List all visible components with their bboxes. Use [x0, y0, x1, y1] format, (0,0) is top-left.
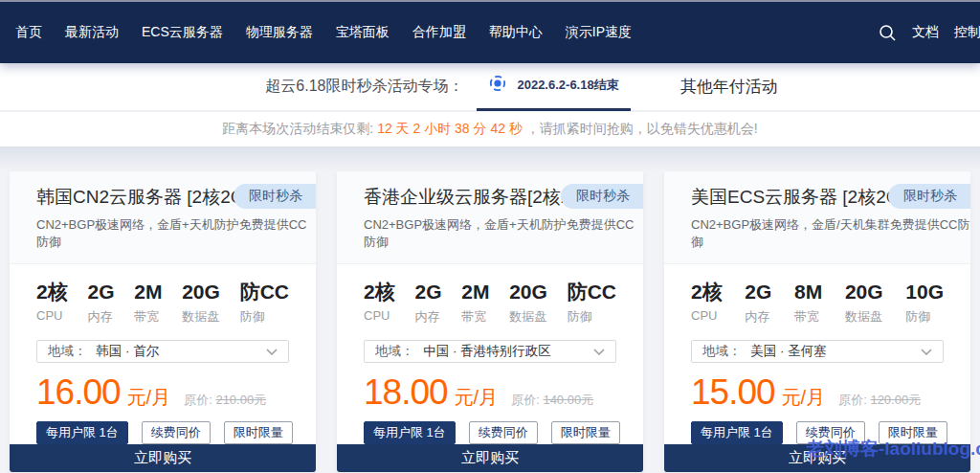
- tag-limited: 限时限量: [224, 421, 293, 444]
- spec-cpu: 2核 CPU: [691, 281, 723, 326]
- spec-label: 内存: [414, 308, 441, 326]
- nav-item-console[interactable]: 控制台: [954, 24, 980, 41]
- spec-value: 2G: [414, 281, 441, 304]
- price-unit: 元/月: [455, 385, 499, 411]
- nav-item-home[interactable]: 首页: [15, 24, 42, 41]
- tab-other-promos[interactable]: 其他年付活动: [680, 76, 778, 98]
- card-hongkong-enterprise: 香港企业级云服务器[2核2G] 限时秒杀 CN2+BGP极速网络，金盾+天机防护…: [337, 171, 643, 472]
- spec-row: 2核 CPU 2G 内存 8M 带宽 20G 数据盘 10G 防御: [664, 264, 970, 326]
- nav-item-bt-panel[interactable]: 宝塔面板: [336, 24, 390, 41]
- price-row: 18.00 元/月 原价: 140.00元: [364, 372, 616, 413]
- spec-label: 内存: [87, 308, 114, 326]
- original-price-label: 原价:: [184, 393, 212, 407]
- target-icon: [488, 74, 507, 97]
- tab-current-promo[interactable]: 2022.6.2-6.18结束: [477, 63, 630, 111]
- nav-item-ecs-server[interactable]: ECS云服务器: [142, 24, 223, 41]
- card-list: 韩国CN2云服务器 [2核2G] 限时秒杀 CN2+BGP极速网络，金盾+天机防…: [10, 171, 970, 472]
- top-navbar: 首页 最新活动 ECS云服务器 物理服务器 宝塔面板 合作加盟 帮助中心 演示I…: [0, 0, 980, 63]
- search-icon[interactable]: [879, 24, 897, 42]
- countdown-suffix: ，请抓紧时间抢购，以免错失优惠机会!: [526, 121, 758, 138]
- tag-limited: 限时限量: [551, 421, 620, 444]
- nav-item-demo-ip-speed[interactable]: 演示IP速度: [566, 24, 632, 41]
- card-korea-cn2: 韩国CN2云服务器 [2核2G] 限时秒杀 CN2+BGP极速网络，金盾+天机防…: [10, 171, 316, 472]
- spec-value: 2M: [134, 281, 162, 304]
- price-value: 18.00: [364, 372, 448, 413]
- flash-sale-badge: 限时秒杀: [234, 184, 316, 209]
- chevron-down-icon: [921, 349, 932, 355]
- spec-value: 2核: [36, 281, 68, 304]
- spec-cpu: 2核 CPU: [364, 281, 395, 326]
- promo-banner: 超云6.18限时秒杀活动专场： 2022.6.2-6.18结束 其他年付活动: [0, 63, 980, 111]
- spec-bandwidth: 2M 带宽: [134, 281, 162, 326]
- region-label: 地域：: [375, 344, 414, 358]
- nav-item-cooperation[interactable]: 合作加盟: [412, 24, 466, 41]
- spec-label: 内存: [745, 308, 771, 326]
- original-price: 原价: 140.00元: [511, 392, 593, 409]
- card-subtitle: CN2+BGP极速网络，金盾/天机集群免费提供CC防御: [691, 216, 970, 251]
- region-select[interactable]: 地域： 中国 · 香港特别行政区: [364, 340, 616, 363]
- card-header: 韩国CN2云服务器 [2核2G] 限时秒杀 CN2+BGP极速网络，金盾+天机防…: [10, 171, 316, 264]
- region-select[interactable]: 地域： 韩国 · 首尔: [36, 340, 289, 363]
- spec-cpu: 2核 CPU: [36, 281, 68, 326]
- tag-row: 每用户限 1台 续费同价 限时限量: [364, 421, 616, 444]
- spec-value: 2核: [364, 281, 395, 304]
- spec-label: 带宽: [134, 308, 162, 326]
- spec-value: 20G: [845, 281, 883, 304]
- spec-disk: 20G 数据盘: [845, 281, 883, 326]
- spec-value: 8M: [794, 281, 822, 304]
- original-price-value: 140.00元: [543, 393, 593, 407]
- buy-now-button[interactable]: 立即购买: [10, 444, 316, 472]
- nav-item-docs[interactable]: 文档: [912, 24, 939, 41]
- region-value: 中国 · 香港特别行政区: [423, 344, 551, 358]
- spec-memory: 2G 内存: [414, 281, 441, 326]
- nav-item-physical-server[interactable]: 物理服务器: [246, 24, 313, 41]
- promo-banner-title: 超云6.18限时秒杀活动专场：: [265, 77, 463, 97]
- spec-value: 2M: [461, 281, 489, 304]
- buy-now-button[interactable]: 立即购买: [337, 444, 643, 472]
- card-usa-ecs: 美国ECS云服务器 [2核2G] 限时秒杀 CN2+BGP极速网络，金盾/天机集…: [664, 171, 970, 472]
- spec-value: 防CC: [568, 281, 616, 304]
- nav-item-latest-activity[interactable]: 最新活动: [65, 24, 119, 41]
- region-value: 美国 · 圣何塞: [750, 344, 827, 358]
- nav-menu: 首页 最新活动 ECS云服务器 物理服务器 宝塔面板 合作加盟 帮助中心 演示I…: [15, 24, 632, 41]
- price-row: 16.00 元/月 原价: 210.00元: [36, 372, 289, 413]
- tag-user-limit: 每用户限 1台: [691, 421, 783, 444]
- original-price-value: 210.00元: [215, 393, 266, 407]
- card-subtitle: CN2+BGP极速网络，金盾+天机防护免费提供CC防御: [36, 216, 316, 251]
- spec-row: 2核 CPU 2G 内存 2M 带宽 20G 数据盘 防CC 防御: [10, 264, 316, 326]
- original-price-label: 原价:: [838, 393, 867, 407]
- price-value: 15.00: [691, 372, 775, 413]
- price-unit: 元/月: [127, 385, 171, 411]
- spec-label: 防御: [568, 308, 616, 326]
- nav-item-help-center[interactable]: 帮助中心: [489, 24, 543, 41]
- spec-defense: 防CC 防御: [240, 281, 289, 326]
- tag-row: 每用户限 1台 续费同价 限时限量: [36, 421, 289, 444]
- spec-value: 2G: [87, 281, 114, 304]
- tag-user-limit: 每用户限 1台: [364, 421, 456, 444]
- spec-label: 带宽: [461, 308, 489, 326]
- region-select[interactable]: 地域： 美国 · 圣何塞: [691, 340, 944, 363]
- price-unit: 元/月: [782, 385, 826, 411]
- spec-value: 2G: [745, 281, 771, 304]
- countdown-prefix: 距离本场次活动结束仅剩:: [222, 121, 373, 138]
- buy-now-button[interactable]: 立即购买: [664, 444, 970, 472]
- spec-label: 带宽: [794, 308, 822, 326]
- spec-memory: 2G 内存: [87, 281, 114, 326]
- spec-label: CPU: [364, 308, 395, 323]
- region-label: 地域：: [702, 344, 742, 358]
- spec-memory: 2G 内存: [745, 281, 771, 326]
- card-header: 香港企业级云服务器[2核2G] 限时秒杀 CN2+BGP极速网络，金盾+天机防护…: [337, 171, 643, 264]
- spec-bandwidth: 8M 带宽: [794, 281, 822, 326]
- spec-label: 防御: [905, 308, 944, 326]
- countdown-bar: 距离本场次活动结束仅剩: 12 天 2 小时 38 分 42 秒 ，请抓紧时间抢…: [0, 111, 980, 146]
- spec-value: 2核: [691, 281, 723, 304]
- spec-defense: 10G 防御: [905, 281, 944, 326]
- tag-renew-same-price: 续费同价: [469, 421, 538, 444]
- spec-disk: 20G 数据盘: [182, 281, 220, 326]
- spec-bandwidth: 2M 带宽: [461, 281, 489, 326]
- spec-label: 数据盘: [182, 308, 220, 326]
- spec-label: CPU: [691, 308, 723, 323]
- price-value: 16.00: [36, 372, 121, 413]
- price-row: 15.00 元/月 原价: 120.00元: [691, 372, 944, 413]
- original-price-label: 原价:: [511, 393, 540, 407]
